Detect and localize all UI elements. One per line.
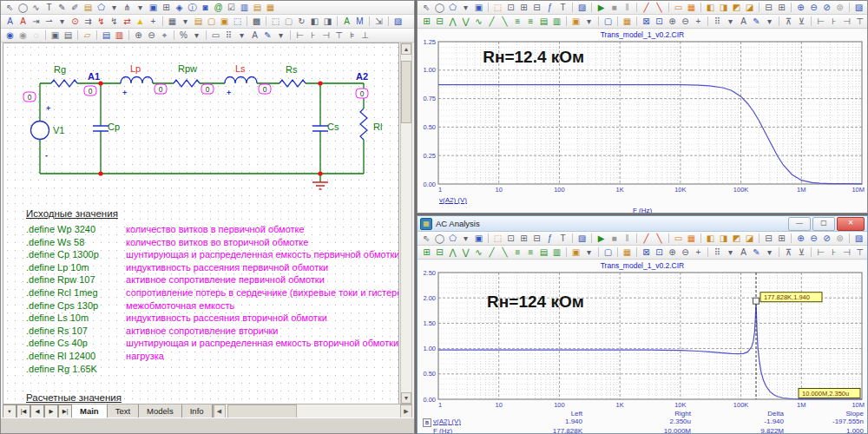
icon-info-forward[interactable]: ◉ bbox=[16, 30, 30, 42]
tab-nav-button[interactable]: ◀ bbox=[30, 404, 44, 418]
icon-dropdown[interactable]: ▾ bbox=[582, 247, 595, 259]
icon-format-paint[interactable]: ✎ bbox=[750, 247, 763, 259]
icon-probe-tool[interactable]: ◈ bbox=[173, 2, 186, 14]
icon-cursor-left[interactable]: ⊠ bbox=[640, 16, 653, 28]
icon-page-add[interactable]: ▤ bbox=[100, 30, 113, 42]
icon-h-measure[interactable]: ⊞ bbox=[420, 16, 433, 28]
icon-pause[interactable]: ‖ bbox=[621, 233, 634, 245]
icon-wave[interactable]: ∿ bbox=[472, 16, 485, 28]
icon-sheet-border[interactable]: ▤ bbox=[192, 16, 205, 28]
icon-rise[interactable]: ╱ bbox=[485, 247, 498, 259]
icon-fx[interactable]: ƒ bbox=[543, 233, 556, 245]
icon-pan-hand[interactable]: + bbox=[692, 247, 705, 259]
icon-points[interactable]: ⠿ bbox=[711, 16, 724, 28]
icon-binoculars[interactable]: M bbox=[353, 16, 366, 28]
icon-data-point-box[interactable]: ▭ bbox=[672, 2, 685, 14]
icon-dropdown[interactable]: ▾ bbox=[190, 30, 203, 42]
icon-text-size[interactable]: A bbox=[16, 16, 30, 28]
icon-select-region[interactable]: ⬚ bbox=[491, 2, 504, 14]
sheet-tab[interactable]: Main bbox=[72, 404, 108, 418]
icon-data-point-box[interactable]: ▭ bbox=[672, 233, 685, 245]
icon-points[interactable]: ⠿ bbox=[711, 247, 724, 259]
icon-align-bottom[interactable]: ⊥ bbox=[358, 30, 372, 42]
icon-pan-hand[interactable]: + bbox=[692, 16, 705, 28]
icon-pane-4[interactable]: ◪ bbox=[743, 2, 756, 14]
icon-global-high[interactable]: ≡ bbox=[511, 16, 524, 28]
icon-zoom-window[interactable]: ⊡ bbox=[504, 2, 517, 14]
icon-text-list[interactable]: ▤ bbox=[251, 2, 264, 14]
icon-pages[interactable]: ▭ bbox=[209, 30, 222, 42]
icon-align-center[interactable]: ⊦ bbox=[827, 247, 840, 259]
icon-zoom-q4[interactable]: ⊜ bbox=[833, 233, 846, 245]
icon-flip-h[interactable]: ◧ bbox=[308, 16, 321, 28]
icon-zoom-q2[interactable]: ⊖ bbox=[807, 233, 820, 245]
icon-cursor-left[interactable]: ⊠ bbox=[640, 247, 653, 259]
scroll-up-icon[interactable]: ▲ bbox=[401, 43, 411, 55]
icon-slope-up[interactable]: ╱ bbox=[640, 2, 653, 14]
icon-cursor-right[interactable]: ⊡ bbox=[653, 247, 666, 259]
icon-text-tool[interactable]: T bbox=[43, 2, 56, 14]
icon-global-high[interactable]: ≡ bbox=[511, 247, 524, 259]
icon-zoom-q2[interactable]: ⊖ bbox=[807, 2, 820, 14]
legend-v-a2[interactable]: v(A2) (V) bbox=[433, 418, 461, 425]
icon-dropdown[interactable]: ▾ bbox=[724, 247, 737, 259]
icon-scale-mode[interactable]: ⊞ bbox=[517, 233, 530, 245]
icon-zoom-out[interactable]: ⊖ bbox=[145, 30, 158, 42]
icon-run[interactable]: ▶ bbox=[595, 2, 608, 14]
icon-pane-2[interactable]: ◨ bbox=[717, 2, 730, 14]
icon-select-arrow[interactable]: ⇖ bbox=[420, 233, 433, 245]
scrollbar-thumb[interactable] bbox=[227, 404, 297, 418]
icon-align-center[interactable]: ⊦ bbox=[827, 16, 840, 28]
icon-page-del[interactable]: ▥ bbox=[113, 30, 126, 42]
scroll-left-icon[interactable]: ◀ bbox=[214, 404, 226, 418]
icon-align-top[interactable]: ⊤ bbox=[853, 247, 866, 259]
icon-font[interactable]: A bbox=[248, 30, 261, 42]
icon-v-measure[interactable]: ⊟ bbox=[433, 16, 446, 28]
icon-calculator[interactable]: ▦ bbox=[264, 2, 277, 14]
icon-camera[interactable]: ▦ bbox=[621, 247, 634, 259]
icon-slope-down[interactable]: ╲ bbox=[653, 233, 666, 245]
icon-pane-1[interactable]: ◧ bbox=[704, 2, 717, 14]
schematic-vertical-scrollbar[interactable]: ▲ ▼ bbox=[400, 43, 412, 404]
icon-zoom-select[interactable]: ⌖ bbox=[158, 30, 171, 42]
icon-font[interactable]: A bbox=[737, 16, 750, 28]
icon-ghost-info[interactable]: ◯ bbox=[433, 233, 446, 245]
icon-font[interactable]: A bbox=[737, 247, 750, 259]
sheet-tab[interactable]: Text bbox=[108, 404, 139, 418]
ac-analysis-title-bar[interactable]: ▦ AC Analysis — ▢ ✕ bbox=[418, 216, 867, 232]
icon-split-h[interactable]: ⊟ bbox=[762, 233, 775, 245]
icon-wire-tool[interactable]: ✎ bbox=[56, 2, 69, 14]
icon-dropdown[interactable]: ▾ bbox=[582, 16, 595, 28]
icon-to-front[interactable]: ⊼ bbox=[782, 16, 795, 28]
icon-align-left[interactable]: ⊢ bbox=[293, 30, 306, 42]
icon-swap-area[interactable]: ⇄ bbox=[121, 16, 134, 28]
icon-ghost-info[interactable]: ◯ bbox=[433, 2, 446, 14]
icon-dropdown[interactable]: ▾ bbox=[274, 30, 287, 42]
icon-dropdown[interactable]: ▾ bbox=[763, 247, 776, 259]
tab-nav-button[interactable]: ▶| bbox=[58, 404, 72, 418]
icon-align-middle[interactable]: ⊧ bbox=[866, 16, 867, 28]
sheet-tab[interactable]: Models bbox=[139, 404, 182, 418]
icon-graphics-tool[interactable]: ⬠ bbox=[446, 2, 459, 14]
icon-stats-1[interactable]: ▤ bbox=[537, 16, 550, 28]
icon-text-step[interactable]: ⇥ bbox=[30, 16, 43, 28]
tab-nav-button[interactable]: |◀ bbox=[16, 404, 30, 418]
icon-text-tool[interactable]: T bbox=[556, 2, 569, 14]
icon-align-right[interactable]: ⊣ bbox=[319, 30, 332, 42]
icon-valley[interactable]: ⋁ bbox=[459, 16, 472, 28]
icon-align-top[interactable]: ⊤ bbox=[853, 16, 866, 28]
icon-monitor[interactable]: ▢ bbox=[602, 247, 615, 259]
icon-rise[interactable]: ╱ bbox=[485, 16, 498, 28]
icon-attributes[interactable]: ▩ bbox=[250, 16, 263, 28]
icon-color-props[interactable]: ▨ bbox=[852, 233, 865, 245]
icon-disable[interactable]: ▢ bbox=[282, 16, 295, 28]
icon-flow-tool[interactable]: ⋔ bbox=[121, 2, 134, 14]
sheet-tab[interactable]: Info bbox=[182, 404, 213, 418]
icon-window-tile[interactable]: ⊞ bbox=[160, 2, 173, 14]
icon-zoom-in[interactable]: ⊕ bbox=[132, 30, 145, 42]
icon-pause[interactable]: ‖ bbox=[621, 2, 634, 14]
icon-zoom-in[interactable]: ⊕ bbox=[666, 247, 679, 259]
icon-dropdown[interactable]: ▾ bbox=[724, 16, 737, 28]
icon-color-props[interactable]: ▨ bbox=[852, 2, 865, 14]
icon-pane-3[interactable]: ◩ bbox=[730, 2, 743, 14]
